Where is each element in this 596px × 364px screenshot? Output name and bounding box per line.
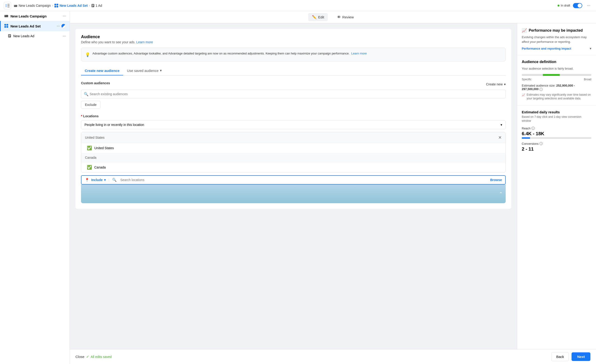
map-chevron[interactable]: ⌃ [499,191,503,197]
location-us-label: United States [94,146,114,150]
back-button[interactable]: Back [551,352,569,361]
location-group-canada-header: Canada [81,153,506,163]
info-learn-more-link[interactable]: Learn more [351,52,367,55]
browse-label: Browse [490,178,502,182]
draft-badge: In draft [558,4,570,7]
adset-actions: ··· [57,24,66,28]
performance-link-text: Performance and reporting impact [522,47,571,50]
save-status-text: All edits saved [90,355,112,359]
audience-note: 📈 Estimates may vary significantly over … [522,93,591,101]
save-check-icon: ✓ [86,355,89,359]
location-check-canada: ✅ [87,165,92,170]
performance-icon: 📈 [522,28,527,33]
create-audience-label: Create new audience [85,69,119,73]
audience-size-label: Estimated audience size: [522,84,556,87]
svg-rect-11 [92,5,94,5]
breadcrumb-ad[interactable]: 1 Ad [91,4,102,7]
custom-audiences-header: Custom audiences Create new ▾ [81,81,506,87]
sidebar-item-adset[interactable]: New Leads Ad Set ··· [0,21,70,31]
reach-label-text: Reach [522,126,531,130]
campaign-more-button[interactable]: ··· [63,14,66,18]
breadcrumb-ad-label: 1 Ad [96,4,102,7]
include-location-icon: 📍 [85,178,89,182]
exclude-button[interactable]: Exclude [81,101,101,109]
conversions-label: Conversions i [522,142,591,145]
campaign-actions: ··· [63,14,66,18]
toggle-thumb [578,3,582,8]
bottom-bar: Close ✓ All edits saved Back Next [70,349,596,364]
include-divider: | [109,178,109,182]
tab-edit[interactable]: ✏️ Edit [308,13,328,21]
reach-info-icon[interactable]: i [531,126,535,130]
audience-title: Audience [81,34,506,39]
close-button[interactable]: Close [75,355,84,359]
tab-review[interactable]: 👁 Review [333,13,357,21]
audience-note-text: Estimates may vary significantly over ti… [527,93,591,101]
main-panel: Audience Define who you want to see your… [70,23,517,349]
ad-more-button[interactable]: ··· [63,34,66,38]
svg-rect-18 [4,26,6,28]
sidebar-toggle-button[interactable] [4,2,11,9]
audience-def-desc: Your audience selection is fairly broad. [522,67,591,70]
svg-rect-19 [7,26,8,28]
breadcrumb-adset[interactable]: New Leads Ad Set [54,4,88,7]
adset-theme-icon [61,24,66,28]
next-button[interactable]: Next [572,352,590,361]
campaign-toggle[interactable] [573,3,582,8]
tab-create-audience[interactable]: Create new audience [81,66,123,75]
ad-label: New Leads Ad [13,34,63,38]
browse-button[interactable]: Browse [490,178,502,182]
location-check-us: ✅ [87,145,92,151]
sidebar-item-campaign[interactable]: New Leads Campaign ··· [0,11,70,21]
location-type-dropdown[interactable]: People living in or recently in this loc… [81,120,506,129]
breadcrumb-adset-label: New Leads Ad Set [60,4,88,7]
saved-audience-label: Use saved audience [127,69,158,73]
reach-bar-fill [522,137,530,139]
content-area: ✏️ Edit 👁 Review Audience Define who you… [70,11,596,364]
meter-specific-label: Specific [522,78,531,81]
conversions-info-icon[interactable]: i [539,142,543,145]
search-locations-input[interactable] [119,178,488,182]
top-nav: New Leads Campaign › New Leads Ad Set › … [0,0,596,11]
sidebar: New Leads Campaign ··· New Leads Ad Set … [0,11,70,364]
breadcrumb-campaign[interactable]: New Leads Campaign [14,4,51,7]
custom-audiences-label: Custom audiences [81,81,110,85]
svg-rect-1 [7,4,9,4]
bottom-left: Close ✓ All edits saved [75,355,112,359]
svg-rect-12 [92,5,94,6]
ad-actions: ··· [63,34,66,38]
include-chevron: ▾ [104,178,106,182]
ad-icon [91,4,94,7]
performance-link[interactable]: Performance and reporting impact ▾ [522,47,591,50]
sidebar-item-ad[interactable]: New Leads Ad ··· [0,31,70,41]
location-item-us[interactable]: ✅ United States [81,143,506,153]
campaign-label: New Leads Campaign [10,14,63,18]
include-button[interactable]: Include ▾ [91,178,106,182]
info-banner-content: Advantage custom audiences, Advantage lo… [92,52,350,55]
location-group-us-close[interactable]: ✕ [498,135,502,140]
performance-section: 📈 Performance may be impacted Evolving c… [517,23,596,55]
more-options-button[interactable]: ··· [585,2,592,9]
adset-more-button[interactable]: ··· [57,24,60,28]
audience-meter [522,74,591,76]
audience-learn-more-link[interactable]: Learn more [136,40,153,44]
daily-results-section: Estimated daily results Based on 7-day c… [517,105,596,160]
breadcrumb-sep-1: › [52,4,53,7]
audience-search-input[interactable] [81,89,506,98]
svg-rect-5 [14,5,15,6]
location-group-us-label: United States [85,136,104,139]
tab-saved-audience[interactable]: Use saved audience ▾ [123,66,165,75]
adset-label: New Leads Ad Set [10,24,57,28]
create-new-chevron: ▾ [504,82,506,86]
locations-label: * Locations [81,114,506,118]
create-new-button[interactable]: Create new ▾ [486,82,506,86]
adset-grid-icon [4,24,8,28]
map-area: ⌃ [81,185,506,203]
tab-review-label: Review [342,15,354,19]
audience-subtitle-text: Define who you want to see your ads. [81,40,135,44]
audience-size-info[interactable]: i [539,88,543,91]
audience-definition-section: Audience definition Your audience select… [517,55,596,105]
location-item-canada[interactable]: ✅ Canada [81,163,506,172]
right-panel: 📈 Performance may be impacted Evolving c… [517,23,596,349]
create-new-label: Create new [486,82,503,86]
